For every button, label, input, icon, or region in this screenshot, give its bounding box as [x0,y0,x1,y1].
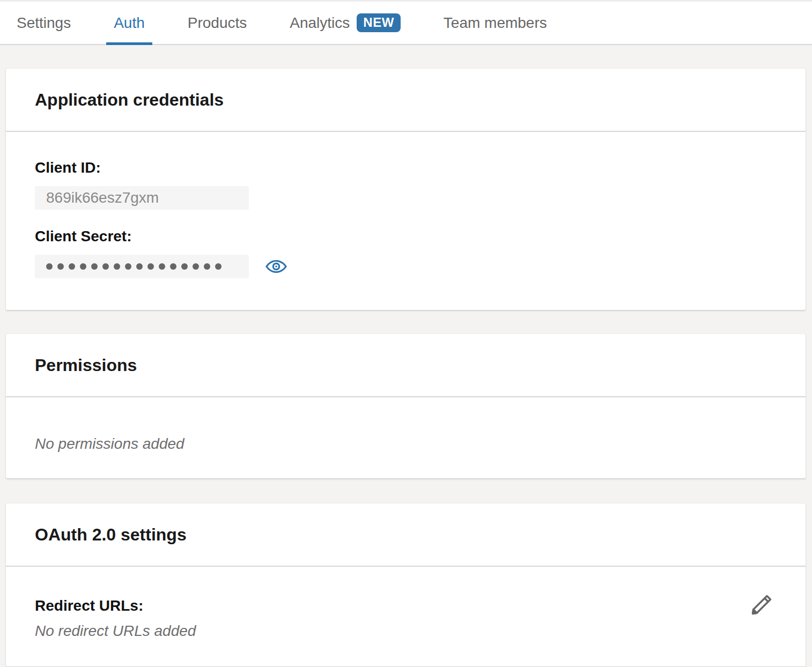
tab-auth[interactable]: Auth [114,2,145,44]
eye-icon [265,258,287,275]
redirect-urls-group: Redirect URLs: No redirect URLs added [35,597,196,640]
tab-bar: Settings Auth Products Analytics NEW Tea… [0,0,812,45]
permissions-empty-text: No permissions added [35,435,777,453]
edit-redirect-urls-button[interactable] [749,592,774,617]
oauth-settings-body: Redirect URLs: No redirect URLs added [6,567,806,666]
client-id-value: 869ik66esz7gxm [46,189,159,206]
application-credentials-card: Application credentials Client ID: 869ik… [6,69,806,310]
reveal-secret-button[interactable] [265,256,287,277]
tab-settings[interactable]: Settings [17,2,71,44]
client-secret-masked-value [46,263,222,270]
redirect-urls-empty-text: No redirect URLs added [35,622,196,640]
new-badge: NEW [357,13,401,32]
application-credentials-title: Application credentials [6,69,806,132]
tab-analytics-label: Analytics [290,14,350,32]
tab-products[interactable]: Products [188,2,247,44]
client-secret-field[interactable] [35,255,249,278]
client-id-label: Client ID: [35,159,777,176]
tab-products-label: Products [188,14,247,32]
permissions-card: Permissions No permissions added [6,334,806,478]
permissions-body: No permissions added [6,397,806,478]
tab-team-members[interactable]: Team members [444,2,547,44]
tab-team-members-label: Team members [444,14,547,32]
tab-settings-label: Settings [17,14,71,32]
tab-analytics[interactable]: Analytics NEW [290,2,401,44]
tab-auth-label: Auth [114,14,145,32]
redirect-urls-label: Redirect URLs: [35,597,196,614]
application-credentials-body: Client ID: 869ik66esz7gxm Client Secret: [6,132,806,310]
client-secret-row [35,245,777,278]
client-id-field[interactable]: 869ik66esz7gxm [35,186,249,210]
permissions-title: Permissions [6,334,806,397]
oauth-settings-card: OAuth 2.0 settings Redirect URLs: No red… [6,503,806,666]
client-secret-label: Client Secret: [35,227,777,245]
pencil-icon [749,592,774,617]
oauth-settings-title: OAuth 2.0 settings [6,503,806,567]
